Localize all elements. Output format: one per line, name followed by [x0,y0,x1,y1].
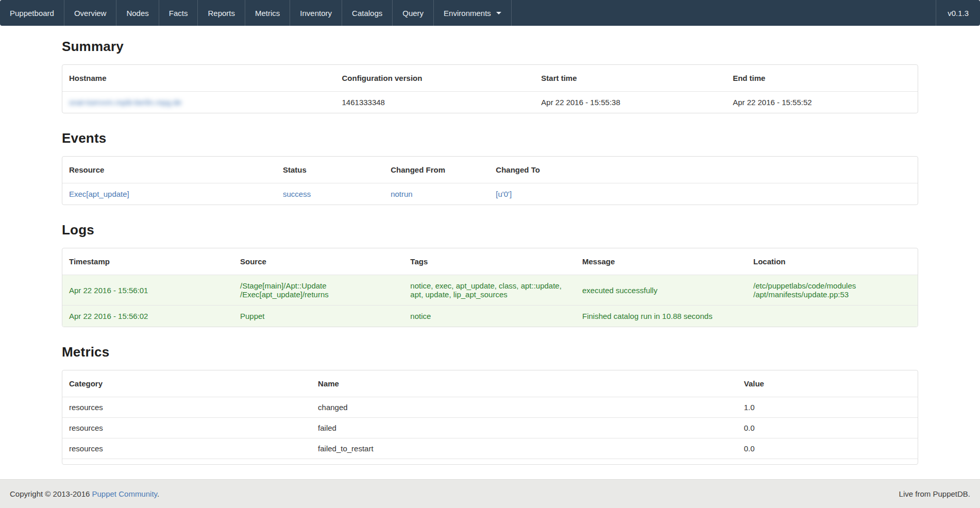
metrics-table-panel: Category Name Value resources changed 1.… [62,370,918,465]
events-table: Resource Status Changed From Changed To … [62,157,918,205]
log-tags: notice, exec, apt_update, class, apt::up… [403,275,576,306]
config-version-value: 1461333348 [335,92,535,113]
summary-section: Summary Hostname Configuration version S… [62,39,918,113]
metric-row: resources failed 0.0 [62,418,918,438]
metrics-col-value: Value [737,370,918,397]
nav-item-nodes[interactable]: Nodes [116,0,159,26]
metrics-col-name: Name [311,370,737,397]
events-header-row: Resource Status Changed From Changed To [62,157,918,183]
events-heading: Events [62,130,918,146]
main-content: Summary Hostname Configuration version S… [62,39,918,465]
summary-col-end-time: End time [726,65,918,92]
copyright-period: . [157,489,159,498]
metric-value: 0.0 [737,438,918,459]
nav-item-facts[interactable]: Facts [159,0,198,26]
summary-heading: Summary [62,39,918,55]
metric-name: failed_to_restart [311,438,737,459]
metric-value: 0.0 [737,418,918,438]
summary-table: Hostname Configuration version Start tim… [62,65,918,113]
events-col-changed-to: Changed To [489,157,918,183]
events-table-panel: Resource Status Changed From Changed To … [62,156,918,205]
metric-row: resources changed 1.0 [62,397,918,418]
metric-row: resources failed_to_restart 0.0 [62,438,918,459]
log-message: Finished catalog run in 10.88 seconds [576,306,747,327]
environments-label: Environments [444,9,491,18]
event-resource-link[interactable]: Exec[apt_update] [69,190,129,198]
metric-name: changed [311,397,737,418]
chevron-down-icon [496,12,501,14]
logs-heading: Logs [62,222,918,238]
logs-table: Timestamp Source Tags Message Location A… [62,248,918,327]
metric-category: resources [62,438,311,459]
nav-item-inventory[interactable]: Inventory [290,0,342,26]
logs-col-message: Message [576,248,747,275]
summary-table-panel: Hostname Configuration version Start tim… [62,64,918,113]
logs-col-tags: Tags [403,248,576,275]
metrics-heading: Metrics [62,344,918,360]
page-footer: Copyright © 2013-2016 Puppet Community. … [0,479,980,508]
log-location: /etc/puppetlabs/code/modules /apt/manife… [747,275,918,306]
events-section: Events Resource Status Changed From Chan… [62,130,918,205]
log-source: Puppet [233,306,403,327]
metrics-section: Metrics Category Name Value resources ch… [62,344,918,465]
log-location [747,306,918,327]
logs-col-location: Location [747,248,918,275]
summary-header-row: Hostname Configuration version Start tim… [62,65,918,92]
top-navbar: Puppetboard Overview Nodes Facts Reports… [0,0,980,26]
summary-col-start-time: Start time [534,65,726,92]
metric-name: failed [311,418,737,438]
metric-category: resources [62,397,311,418]
metrics-header-row: Category Name Value [62,370,918,397]
summary-col-hostname: Hostname [62,65,335,92]
metric-row-cutoff [62,459,918,464]
log-row: Apr 22 2016 - 15:56:02 Puppet notice Fin… [62,306,918,327]
puppet-community-link[interactable]: Puppet Community [92,489,157,498]
log-timestamp: Apr 22 2016 - 15:56:02 [62,306,233,327]
log-message: executed successfully [576,275,747,306]
navbar-spacer [512,0,936,26]
metric-value: 1.0 [737,397,918,418]
nav-item-metrics[interactable]: Metrics [245,0,290,26]
footer-source-text: Live from PuppetDB. [899,489,970,498]
events-col-status: Status [276,157,384,183]
start-time-value: Apr 22 2016 - 15:55:38 [534,92,726,113]
nav-item-catalogs[interactable]: Catalogs [342,0,393,26]
log-tags: notice [403,306,576,327]
event-changed-from-link[interactable]: notrun [391,190,413,198]
summary-col-config-version: Configuration version [335,65,535,92]
events-col-changed-from: Changed From [384,157,489,183]
logs-col-timestamp: Timestamp [62,248,233,275]
metric-category: resources [62,418,311,438]
logs-header-row: Timestamp Source Tags Message Location [62,248,918,275]
events-col-resource: Resource [62,157,276,183]
nav-item-puppetboard[interactable]: Puppetboard [0,0,64,26]
logs-section: Logs Timestamp Source Tags Message Locat… [62,222,918,327]
log-timestamp: Apr 22 2016 - 15:56:01 [62,275,233,306]
nav-item-overview[interactable]: Overview [64,0,117,26]
metrics-table: Category Name Value resources changed 1.… [62,370,918,464]
summary-row: snat-tservvm.mpib-berlin.mpg.de 14613333… [62,92,918,113]
event-status-link[interactable]: success [283,190,311,198]
hostname-link[interactable]: snat-tservvm.mpib-berlin.mpg.de [69,98,181,107]
end-time-value: Apr 22 2016 - 15:55:52 [726,92,918,113]
event-changed-to-link[interactable]: [u'0'] [496,190,512,198]
nav-item-environments-dropdown[interactable]: Environments [434,0,512,26]
footer-copyright: Copyright © 2013-2016 Puppet Community. [10,489,159,498]
metrics-col-category: Category [62,370,311,397]
log-source: /Stage[main]/Apt::Update /Exec[apt_updat… [233,275,403,306]
copyright-text: Copyright © 2013-2016 [10,489,92,498]
logs-col-source: Source [233,248,403,275]
version-badge: v0.1.3 [936,0,980,26]
log-row: Apr 22 2016 - 15:56:01 /Stage[main]/Apt:… [62,275,918,306]
logs-table-panel: Timestamp Source Tags Message Location A… [62,248,918,327]
event-row: Exec[apt_update] success notrun [u'0'] [62,183,918,205]
nav-item-reports[interactable]: Reports [198,0,245,26]
nav-item-query[interactable]: Query [393,0,434,26]
